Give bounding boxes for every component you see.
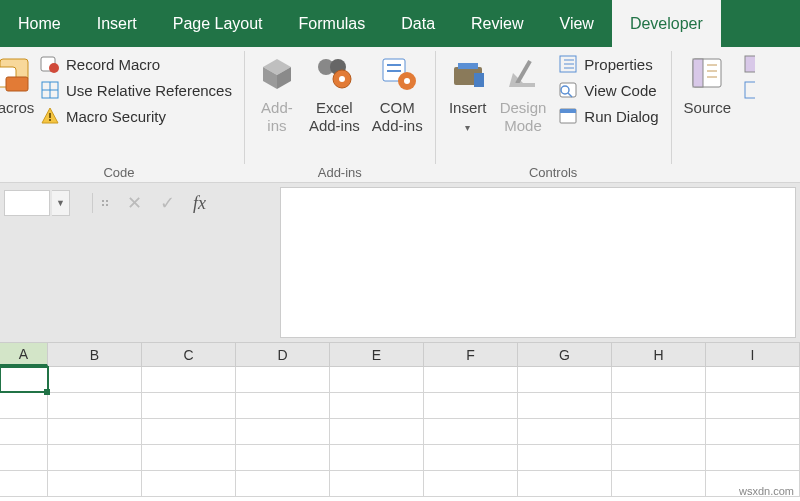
cell-i-2[interactable] [706, 393, 800, 418]
cell-f-4[interactable] [424, 445, 518, 470]
cell-a-2[interactable] [0, 393, 48, 418]
cell-b-4[interactable] [48, 445, 142, 470]
run-dialog-label: Run Dialog [584, 108, 658, 125]
name-box[interactable] [4, 190, 50, 216]
macros-button[interactable]: acros [0, 49, 34, 117]
cell-d-1[interactable] [236, 367, 330, 392]
cell-g-1[interactable] [518, 367, 612, 392]
tab-formulas[interactable]: Formulas [281, 0, 384, 47]
xml-partial-button[interactable] [737, 51, 755, 77]
cell-a-5[interactable] [0, 471, 48, 496]
cell-h-1[interactable] [612, 367, 706, 392]
svg-rect-33 [560, 83, 576, 97]
cell-e-4[interactable] [330, 445, 424, 470]
col-header-d[interactable]: D [236, 343, 330, 366]
addins-icon [257, 53, 297, 93]
cell-a-3[interactable] [0, 419, 48, 444]
excel-addins-button[interactable]: ExcelAdd-ins [303, 49, 366, 135]
cell-b-1[interactable] [48, 367, 142, 392]
tab-developer[interactable]: Developer [612, 0, 721, 47]
col-header-i[interactable]: I [706, 343, 800, 366]
col-header-h[interactable]: H [612, 343, 706, 366]
source-button[interactable]: Source [678, 49, 738, 117]
cell-c-2[interactable] [142, 393, 236, 418]
tab-insert[interactable]: Insert [79, 0, 155, 47]
record-macro-label: Record Macro [66, 56, 160, 73]
tab-data[interactable]: Data [383, 0, 453, 47]
cell-b-3[interactable] [48, 419, 142, 444]
column-headers: ABCDEFGHI [0, 343, 800, 367]
cell-e-3[interactable] [330, 419, 424, 444]
col-header-b[interactable]: B [48, 343, 142, 366]
record-macro-button[interactable]: Record Macro [34, 51, 238, 77]
tab-review[interactable]: Review [453, 0, 541, 47]
tab-view[interactable]: View [542, 0, 612, 47]
cell-g-5[interactable] [518, 471, 612, 496]
cell-c-4[interactable] [142, 445, 236, 470]
cell-d-3[interactable] [236, 419, 330, 444]
cell-c-5[interactable] [142, 471, 236, 496]
cell-f-1[interactable] [424, 367, 518, 392]
cell-h-4[interactable] [612, 445, 706, 470]
com-addins-l2: Add-ins [372, 117, 423, 134]
macro-security-icon [40, 106, 60, 126]
expansion-icon [743, 80, 755, 100]
view-code-button[interactable]: View Code [552, 77, 664, 103]
formula-input[interactable] [280, 187, 796, 338]
col-header-g[interactable]: G [518, 343, 612, 366]
cell-b-2[interactable] [48, 393, 142, 418]
relative-references-icon [40, 80, 60, 100]
properties-button[interactable]: Properties [552, 51, 664, 77]
cell-e-1[interactable] [330, 367, 424, 392]
cell-i-4[interactable] [706, 445, 800, 470]
addins-button[interactable]: Add-ins [251, 49, 303, 135]
name-box-dropdown[interactable]: ▼ [52, 190, 70, 216]
tab-home[interactable]: Home [0, 0, 79, 47]
cell-a-1[interactable] [0, 367, 48, 392]
xml-partial-button2[interactable] [737, 77, 755, 103]
cell-c-1[interactable] [142, 367, 236, 392]
col-header-f[interactable]: F [424, 343, 518, 366]
cell-i-3[interactable] [706, 419, 800, 444]
group-code-label: Code [0, 165, 238, 182]
tab-page-layout[interactable]: Page Layout [155, 0, 281, 47]
col-header-c[interactable]: C [142, 343, 236, 366]
cell-g-3[interactable] [518, 419, 612, 444]
design-mode-button[interactable]: DesignMode [494, 49, 553, 135]
cell-g-4[interactable] [518, 445, 612, 470]
grid-row [0, 445, 800, 471]
cancel-formula-button[interactable]: ✕ [127, 192, 142, 214]
cell-f-2[interactable] [424, 393, 518, 418]
cell-f-3[interactable] [424, 419, 518, 444]
svg-rect-27 [515, 60, 531, 85]
cell-f-5[interactable] [424, 471, 518, 496]
use-relative-references-button[interactable]: Use Relative References [34, 77, 238, 103]
cell-g-2[interactable] [518, 393, 612, 418]
col-header-a[interactable]: A [0, 343, 48, 366]
grid-rows [0, 367, 800, 497]
grid-row [0, 471, 800, 497]
cell-c-3[interactable] [142, 419, 236, 444]
svg-rect-39 [693, 59, 703, 87]
insert-control-button[interactable]: Insert▾ [442, 49, 494, 135]
run-dialog-icon [558, 106, 578, 126]
addins-l2: ins [267, 117, 286, 134]
cell-e-2[interactable] [330, 393, 424, 418]
macro-security-button[interactable]: Macro Security [34, 103, 238, 129]
cell-d-4[interactable] [236, 445, 330, 470]
cell-h-3[interactable] [612, 419, 706, 444]
run-dialog-button[interactable]: Run Dialog [552, 103, 664, 129]
enter-formula-button[interactable]: ✓ [160, 192, 175, 214]
cell-e-5[interactable] [330, 471, 424, 496]
com-addins-button[interactable]: COMAdd-ins [366, 49, 429, 135]
col-header-e[interactable]: E [330, 343, 424, 366]
cell-i-1[interactable] [706, 367, 800, 392]
use-relative-label: Use Relative References [66, 82, 232, 99]
cell-a-4[interactable] [0, 445, 48, 470]
cell-h-5[interactable] [612, 471, 706, 496]
cell-b-5[interactable] [48, 471, 142, 496]
cell-d-5[interactable] [236, 471, 330, 496]
fx-button[interactable]: fx [193, 193, 206, 214]
cell-h-2[interactable] [612, 393, 706, 418]
cell-d-2[interactable] [236, 393, 330, 418]
